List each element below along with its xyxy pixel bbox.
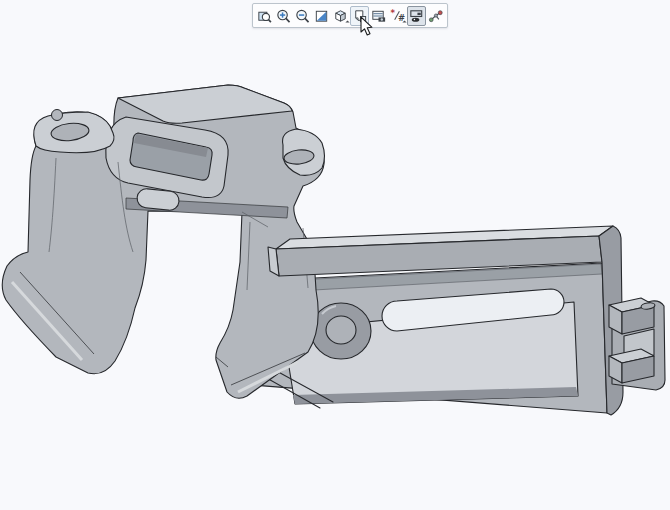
link-nodes-icon [427, 7, 444, 25]
right-clip[interactable] [609, 298, 665, 390]
hide-show-eye-icon [408, 7, 425, 25]
annotation-display-button[interactable]: * # [388, 6, 407, 26]
display-list-icon [370, 7, 387, 25]
model-viewport[interactable] [0, 0, 670, 510]
zoom-in-icon [275, 7, 292, 25]
relations-button[interactable] [426, 6, 445, 26]
zoom-window-button[interactable] [255, 6, 274, 26]
left-boss [34, 110, 114, 153]
new-view-button[interactable] [350, 6, 369, 26]
zoom-out-icon [294, 7, 311, 25]
zoom-fit-button[interactable] [312, 6, 331, 26]
zoom-fit-icon [313, 7, 330, 25]
right-boss [283, 129, 325, 175]
display-options-button[interactable] [369, 6, 388, 26]
model-canvas[interactable] [0, 0, 670, 510]
zoom-window-icon [256, 7, 273, 25]
view-toolbar: * # [252, 3, 448, 28]
clamp-bracket[interactable] [2, 85, 324, 398]
zoom-out-button[interactable] [293, 6, 312, 26]
view-orientation-button[interactable] [331, 6, 350, 26]
ring-boss [311, 303, 371, 359]
zoom-in-button[interactable] [274, 6, 293, 26]
svg-text:*: * [390, 8, 395, 18]
new-page-icon [351, 7, 368, 25]
hide-show-button[interactable] [407, 6, 426, 26]
